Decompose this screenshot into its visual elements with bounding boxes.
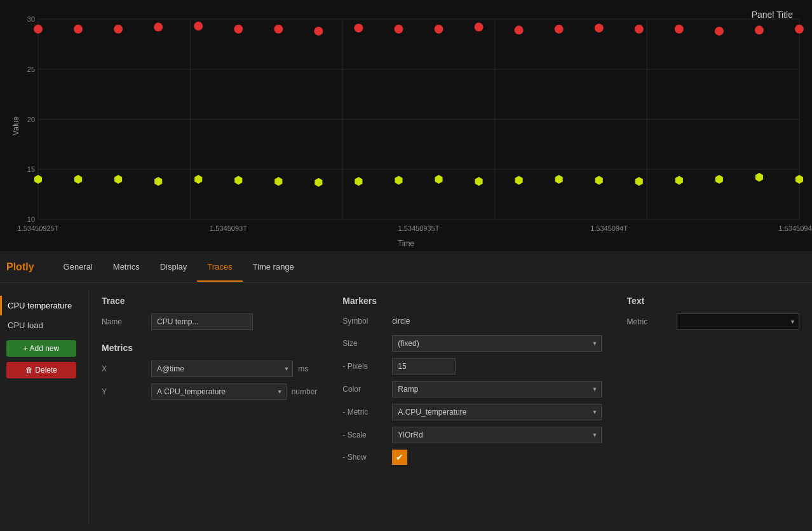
add-new-button[interactable]: + Add new [6, 340, 76, 357]
metrics-section-title: Metrics [102, 343, 317, 353]
markers-color-select-wrapper: Ramp [392, 381, 601, 397]
metrics-x-unit: ms [298, 364, 317, 373]
markers-size-select[interactable]: (fixed) [392, 335, 601, 352]
markers-pixels-row: - Pixels [342, 358, 601, 375]
markers-scale-row: - Scale YlOrRd [342, 427, 601, 443]
markers-scale-select-wrapper: YlOrRd [392, 427, 601, 443]
chart-x-axis-label: Time [398, 239, 414, 248]
markers-metric-label: - Metric [342, 408, 387, 417]
content-area: CPU temperature CPU load + Add new 🗑 Del… [0, 283, 812, 531]
tab-metrics[interactable]: Metrics [103, 253, 150, 282]
sidebar: CPU temperature CPU load + Add new 🗑 Del… [0, 289, 89, 525]
metrics-x-row: X A@time ms [102, 361, 317, 377]
metrics-y-label: Y [102, 387, 146, 396]
trace-name-label: Name [102, 317, 146, 326]
tab-traces[interactable]: Traces [197, 253, 242, 282]
metrics-x-select[interactable]: A@time [151, 361, 293, 377]
sidebar-item-cpu-temperature[interactable]: CPU temperature [0, 296, 88, 315]
metrics-y-select-wrapper: A.CPU_temperature [151, 383, 287, 400]
tab-time-range[interactable]: Time range [243, 253, 304, 282]
text-section: Text Metric [627, 296, 799, 518]
markers-show-checkbox[interactable]: ✔ [392, 450, 407, 465]
metrics-x-label: X [102, 364, 146, 373]
markers-scale-select[interactable]: YlOrRd [392, 427, 601, 443]
markers-metric-select-wrapper: A.CPU_temperature [392, 404, 601, 420]
chart-area: Panel Title Value Time [0, 0, 812, 251]
panel-bottom: Plotly General Metrics Display Traces Ti… [0, 251, 812, 531]
chart-title: Panel Title [752, 10, 793, 20]
markers-color-row: Color Ramp [342, 381, 601, 397]
app-name: Plotly [6, 261, 34, 273]
chart-y-axis-label: Value [11, 116, 20, 135]
metrics-y-select[interactable]: A.CPU_temperature [151, 383, 287, 400]
text-section-title: Text [627, 296, 799, 306]
markers-size-row: Size (fixed) [342, 335, 601, 352]
markers-metric-row: - Metric A.CPU_temperature [342, 404, 601, 420]
delete-button[interactable]: 🗑 Delete [6, 362, 76, 378]
tabs-bar: Plotly General Metrics Display Traces Ti… [0, 251, 812, 283]
markers-section: Markers Symbol circle Size (fixed) - Pix… [342, 296, 601, 518]
tab-general[interactable]: General [53, 253, 103, 282]
markers-metric-select[interactable]: A.CPU_temperature [392, 404, 601, 420]
metrics-x-select-wrapper: A@time [151, 361, 293, 377]
sidebar-item-cpu-load[interactable]: CPU load [0, 315, 88, 335]
text-metric-label: Metric [627, 317, 672, 326]
trace-name-input[interactable] [151, 314, 253, 330]
markers-section-title: Markers [342, 296, 601, 306]
markers-show-label: - Show [342, 453, 387, 462]
tab-display[interactable]: Display [150, 253, 198, 282]
markers-pixels-input[interactable] [392, 358, 456, 375]
text-metric-row: Metric [627, 314, 799, 330]
metrics-y-unit: number [292, 387, 318, 396]
trace-section: Trace Name Metrics X A@time ms Y [102, 296, 317, 518]
markers-size-label: Size [342, 339, 387, 348]
text-metric-select[interactable] [677, 314, 799, 330]
main-content: Trace Name Metrics X A@time ms Y [89, 289, 812, 525]
markers-pixels-label: - Pixels [342, 362, 387, 371]
markers-scale-label: - Scale [342, 431, 387, 439]
markers-color-select[interactable]: Ramp [392, 381, 601, 397]
trace-name-row: Name [102, 314, 317, 330]
chart-canvas [0, 0, 812, 251]
markers-color-label: Color [342, 385, 387, 394]
markers-size-select-wrapper: (fixed) [392, 335, 601, 352]
markers-symbol-label: Symbol [342, 317, 387, 326]
metrics-y-row: Y A.CPU_temperature number [102, 383, 317, 400]
markers-symbol-value: circle [392, 314, 410, 329]
text-metric-select-wrapper [677, 314, 799, 330]
markers-symbol-row: Symbol circle [342, 314, 601, 329]
markers-show-row: - Show ✔ [342, 450, 601, 465]
trace-section-title: Trace [102, 296, 317, 306]
